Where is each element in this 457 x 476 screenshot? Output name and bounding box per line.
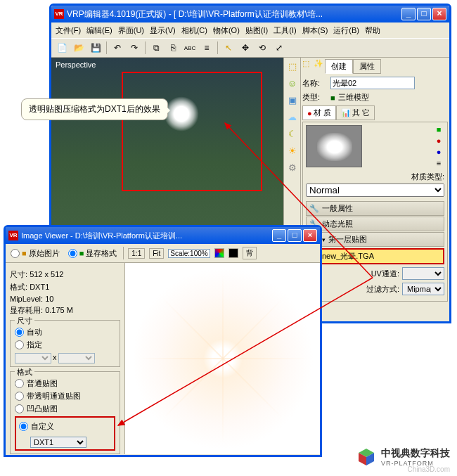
- tool-move[interactable]: ✥: [238, 40, 253, 56]
- mat-tool-1[interactable]: ■: [433, 125, 444, 135]
- iv-minimize-button[interactable]: _: [272, 229, 286, 242]
- iv-radio-custom[interactable]: 自定义: [19, 421, 111, 432]
- mat-tool-3[interactable]: ●: [433, 148, 444, 157]
- gear-icon[interactable]: ⚙: [286, 162, 299, 174]
- cube-icon[interactable]: ⬚: [286, 60, 299, 73]
- main-title: VRP编辑器4.1019(正式版) - [ D:\培训\VR-Platform认…: [67, 8, 401, 20]
- menu-tool[interactable]: 工具(I): [272, 25, 297, 36]
- tool-open[interactable]: 📂: [71, 40, 86, 56]
- camera-icon[interactable]: ▣: [286, 94, 299, 107]
- iv-close-button[interactable]: ×: [303, 229, 317, 242]
- section-lighting[interactable]: 🔧动态光照: [306, 217, 444, 231]
- section-layer1[interactable]: 🔧▾第一层贴图: [306, 232, 444, 247]
- close-button[interactable]: ×: [432, 8, 446, 20]
- filter-label: 过滤方式:: [366, 284, 399, 295]
- logo-text: 中视典数字科技: [381, 447, 450, 460]
- moon-icon[interactable]: ☾: [286, 128, 299, 141]
- name-input[interactable]: [330, 77, 415, 89]
- iv-radio-alpha[interactable]: 带透明通道贴图: [15, 391, 115, 401]
- image-viewer-window: VR Image Viewer - D:\培训\VR-Platform认证培训.…: [4, 225, 322, 457]
- iv-btn-bg[interactable]: 背: [243, 247, 257, 259]
- mat-type-select[interactable]: Normal: [306, 184, 444, 197]
- iv-color-1[interactable]: [214, 248, 224, 258]
- filter-select[interactable]: Mipmap: [402, 283, 444, 295]
- tool-undo[interactable]: ↶: [110, 40, 125, 56]
- cloud-icon[interactable]: ☁: [286, 111, 299, 124]
- mat-tool-2[interactable]: ●: [433, 136, 444, 146]
- iv-radio-auto[interactable]: 自动: [15, 327, 115, 337]
- menu-object[interactable]: 物体(O): [212, 25, 241, 36]
- menu-run[interactable]: 运行(B): [332, 25, 361, 36]
- tab-props[interactable]: 属性: [353, 59, 381, 74]
- tool-copy[interactable]: ⧉: [148, 40, 164, 56]
- tool-save[interactable]: 💾: [88, 40, 103, 56]
- iv-custom-highlight: 自定义 DXT1: [15, 416, 115, 451]
- iv-radio-bump[interactable]: 凹凸贴图: [15, 404, 115, 414]
- iv-group-format-title: 格式: [15, 367, 34, 378]
- iv-btn-11[interactable]: 1:1: [128, 248, 145, 259]
- minimize-button[interactable]: _: [401, 8, 416, 20]
- tool-select[interactable]: ↖: [221, 40, 236, 56]
- tool-paste[interactable]: ⎘: [165, 40, 181, 56]
- tool-rotate[interactable]: ⟲: [255, 40, 270, 56]
- menu-ui[interactable]: 界面(U): [117, 25, 146, 36]
- iv-group-format: 格式 普通贴图 带透明通道贴图 凹凸贴图 自定义 DXT1: [10, 371, 120, 454]
- cube-tab-icon[interactable]: ⬚: [302, 59, 314, 70]
- iv-radio-fixed[interactable]: 指定: [15, 340, 115, 350]
- subtab-other[interactable]: 📊其 它: [336, 105, 375, 120]
- menu-help[interactable]: 帮助: [363, 25, 382, 36]
- properties-panel: ⬚ ✨ 创建 属性 名称: 类型: ■ 三维模型 ●材 质 📊其 它: [300, 58, 449, 321]
- tool-abc[interactable]: ABC: [182, 40, 198, 56]
- company-logo: 中视典数字科技 VR-PLATFORM: [356, 446, 450, 468]
- menu-camera[interactable]: 相机(C): [180, 25, 209, 36]
- material-preview[interactable]: [306, 125, 362, 167]
- tool-script[interactable]: ≡: [199, 40, 214, 56]
- iv-icon: VR: [8, 231, 18, 240]
- tool-scale[interactable]: ⤢: [271, 40, 287, 56]
- menubar: 文件(F) 编辑(E) 界面(U) 显示(V) 相机(C) 物体(O) 贴图(I…: [51, 22, 449, 38]
- name-label: 名称:: [302, 78, 328, 89]
- iv-title: Image Viewer - D:\培训\VR-Platform认证培训...: [21, 231, 272, 241]
- menu-script[interactable]: 脚本(S): [301, 25, 330, 36]
- iv-custom-format-select[interactable]: DXT1: [30, 437, 86, 448]
- magic-tab-icon[interactable]: ✨: [314, 59, 325, 70]
- iv-width-select[interactable]: [15, 353, 51, 364]
- menu-edit[interactable]: 编辑(E): [85, 25, 114, 36]
- app-icon: VR: [54, 9, 64, 19]
- tool-redo[interactable]: ↷: [127, 40, 142, 56]
- menu-display[interactable]: 显示(V): [148, 25, 177, 36]
- watermark: China3D.com: [407, 465, 450, 473]
- iv-maximize-button[interactable]: □: [288, 229, 302, 242]
- iv-tab-original[interactable]: ■原始图片: [8, 247, 62, 259]
- subtab-material[interactable]: ●材 质: [302, 105, 336, 120]
- iv-size-label: 尺寸:: [10, 270, 27, 278]
- iv-color-2[interactable]: [228, 248, 238, 258]
- section-general[interactable]: 🔧一般属性: [306, 201, 444, 216]
- iv-info-panel: 尺寸: 512 x 512 格式: DXT1 MipLevel: 10 显存耗用…: [6, 263, 125, 454]
- sun-icon[interactable]: ☀: [286, 145, 299, 157]
- iv-image-area[interactable]: [125, 263, 320, 454]
- mat-tool-4[interactable]: ≡: [433, 159, 444, 169]
- iv-fmt-label: 格式:: [10, 283, 27, 291]
- iv-btn-fit[interactable]: Fit: [149, 248, 164, 259]
- person-icon[interactable]: ☺: [286, 77, 299, 90]
- iv-mip-label: MipLevel:: [10, 295, 43, 303]
- maximize-button[interactable]: □: [417, 8, 431, 20]
- iv-height-select[interactable]: [58, 353, 95, 364]
- iv-titlebar[interactable]: VR Image Viewer - D:\培训\VR-Platform认证培训.…: [6, 227, 320, 244]
- viewport-label: Perspective: [56, 60, 96, 69]
- iv-radio-normal[interactable]: 普通贴图: [15, 378, 115, 389]
- texture-item[interactable]: new_光晕.TGA: [306, 248, 444, 264]
- tool-new[interactable]: 📄: [54, 40, 70, 56]
- main-titlebar[interactable]: VR VRP编辑器4.1019(正式版) - [ D:\培训\VR-Platfo…: [51, 6, 449, 22]
- menu-texture[interactable]: 贴图(I): [244, 25, 269, 36]
- uv-label: UV通道:: [371, 269, 399, 279]
- iv-scale[interactable]: Scale:100%: [168, 249, 210, 258]
- tab-create[interactable]: 创建: [325, 59, 353, 74]
- mat-type-label: 材质类型:: [306, 172, 444, 182]
- toolbar: 📄 📂 💾 ↶ ↷ ⧉ ⎘ ABC ≡ ↖ ✥ ⟲ ⤢: [51, 38, 449, 58]
- iv-mem: 0.175 M: [45, 306, 73, 314]
- menu-file[interactable]: 文件(F): [54, 25, 82, 36]
- iv-tab-memory[interactable]: ■显存格式: [66, 247, 120, 259]
- uv-select[interactable]: [402, 267, 444, 280]
